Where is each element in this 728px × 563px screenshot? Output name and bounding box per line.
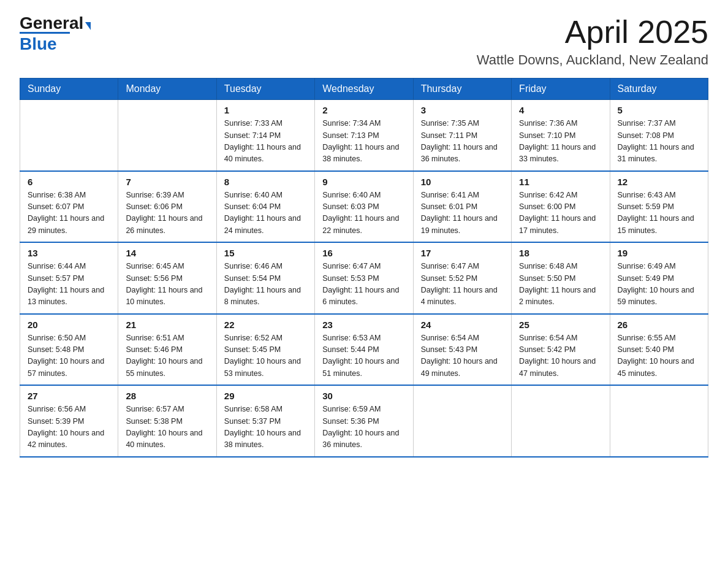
day-number: 24: [421, 320, 504, 330]
calendar-cell: 28Sunrise: 6:57 AM Sunset: 5:38 PM Dayli…: [118, 385, 216, 457]
calendar-week-row: 27Sunrise: 6:56 AM Sunset: 5:39 PM Dayli…: [20, 385, 708, 457]
day-info: Sunrise: 6:38 AM Sunset: 6:07 PM Dayligh…: [28, 190, 110, 237]
day-number: 22: [224, 320, 307, 330]
day-info: Sunrise: 6:49 AM Sunset: 5:49 PM Dayligh…: [618, 261, 700, 308]
day-number: 21: [126, 320, 208, 330]
day-info: Sunrise: 6:42 AM Sunset: 6:00 PM Dayligh…: [519, 190, 602, 237]
day-number: 30: [322, 391, 405, 401]
logo: General Blue: [20, 15, 91, 54]
day-info: Sunrise: 6:41 AM Sunset: 6:01 PM Dayligh…: [421, 190, 504, 237]
day-info: Sunrise: 6:45 AM Sunset: 5:56 PM Dayligh…: [126, 261, 208, 308]
day-info: Sunrise: 7:36 AM Sunset: 7:10 PM Dayligh…: [519, 118, 602, 166]
calendar-cell: 22Sunrise: 6:52 AM Sunset: 5:45 PM Dayli…: [216, 314, 314, 386]
logo-general: General: [20, 15, 91, 32]
calendar-cell: 2Sunrise: 7:34 AM Sunset: 7:13 PM Daylig…: [315, 100, 413, 171]
page-header: General Blue April 2025 Wattle Downs, Au…: [20, 15, 708, 68]
calendar-week-row: 6Sunrise: 6:38 AM Sunset: 6:07 PM Daylig…: [20, 171, 708, 243]
day-number: 23: [322, 320, 405, 330]
day-info: Sunrise: 6:51 AM Sunset: 5:46 PM Dayligh…: [126, 332, 208, 380]
day-info: Sunrise: 6:54 AM Sunset: 5:42 PM Dayligh…: [519, 332, 602, 380]
calendar-cell: 18Sunrise: 6:48 AM Sunset: 5:50 PM Dayli…: [512, 242, 610, 314]
day-info: Sunrise: 6:39 AM Sunset: 6:06 PM Dayligh…: [126, 190, 208, 237]
location-title: Wattle Downs, Auckland, New Zealand: [477, 52, 708, 68]
day-number: 29: [224, 391, 307, 401]
day-number: 15: [224, 248, 307, 258]
calendar-cell: 12Sunrise: 6:43 AM Sunset: 5:59 PM Dayli…: [610, 171, 708, 243]
day-info: Sunrise: 6:56 AM Sunset: 5:39 PM Dayligh…: [28, 404, 110, 451]
day-number: 6: [28, 177, 110, 187]
day-number: 2: [322, 105, 405, 115]
calendar-cell: 29Sunrise: 6:58 AM Sunset: 5:37 PM Dayli…: [216, 385, 314, 457]
title-block: April 2025 Wattle Downs, Auckland, New Z…: [477, 15, 708, 68]
day-number: 8: [224, 177, 307, 187]
day-number: 9: [322, 177, 405, 187]
calendar-header-row: SundayMondayTuesdayWednesdayThursdayFrid…: [20, 79, 708, 100]
header-thursday: Thursday: [413, 79, 511, 100]
day-number: 27: [28, 391, 110, 401]
calendar-cell: 3Sunrise: 7:35 AM Sunset: 7:11 PM Daylig…: [413, 100, 511, 171]
day-info: Sunrise: 7:34 AM Sunset: 7:13 PM Dayligh…: [322, 118, 405, 166]
calendar-cell: 15Sunrise: 6:46 AM Sunset: 5:54 PM Dayli…: [216, 242, 314, 314]
calendar-cell: 7Sunrise: 6:39 AM Sunset: 6:06 PM Daylig…: [118, 171, 216, 243]
day-number: 10: [421, 177, 504, 187]
day-info: Sunrise: 7:35 AM Sunset: 7:11 PM Dayligh…: [421, 118, 504, 166]
day-number: 17: [421, 248, 504, 258]
day-info: Sunrise: 6:54 AM Sunset: 5:43 PM Dayligh…: [421, 332, 504, 380]
calendar-week-row: 20Sunrise: 6:50 AM Sunset: 5:48 PM Dayli…: [20, 314, 708, 386]
day-number: 26: [618, 320, 700, 330]
day-number: 18: [519, 248, 602, 258]
calendar-cell: 20Sunrise: 6:50 AM Sunset: 5:48 PM Dayli…: [20, 314, 118, 386]
calendar-cell: 10Sunrise: 6:41 AM Sunset: 6:01 PM Dayli…: [413, 171, 511, 243]
day-number: 5: [618, 105, 700, 115]
calendar-cell: 25Sunrise: 6:54 AM Sunset: 5:42 PM Dayli…: [512, 314, 610, 386]
day-number: 19: [618, 248, 700, 258]
header-wednesday: Wednesday: [315, 79, 413, 100]
header-tuesday: Tuesday: [216, 79, 314, 100]
day-number: 16: [322, 248, 405, 258]
calendar-cell: 30Sunrise: 6:59 AM Sunset: 5:36 PM Dayli…: [315, 385, 413, 457]
calendar-week-row: 1Sunrise: 7:33 AM Sunset: 7:14 PM Daylig…: [20, 100, 708, 171]
logo-blue-text: Blue: [20, 34, 57, 53]
calendar-cell: [512, 385, 610, 457]
day-info: Sunrise: 6:47 AM Sunset: 5:52 PM Dayligh…: [421, 261, 504, 308]
calendar-cell: 11Sunrise: 6:42 AM Sunset: 6:00 PM Dayli…: [512, 171, 610, 243]
calendar-cell: [20, 100, 118, 171]
calendar-cell: [610, 385, 708, 457]
month-title: April 2025: [477, 15, 708, 50]
day-info: Sunrise: 6:52 AM Sunset: 5:45 PM Dayligh…: [224, 332, 307, 380]
header-monday: Monday: [118, 79, 216, 100]
day-info: Sunrise: 6:44 AM Sunset: 5:57 PM Dayligh…: [28, 261, 110, 308]
day-number: 14: [126, 248, 208, 258]
day-number: 20: [28, 320, 110, 330]
day-info: Sunrise: 6:53 AM Sunset: 5:44 PM Dayligh…: [322, 332, 405, 380]
calendar-cell: 6Sunrise: 6:38 AM Sunset: 6:07 PM Daylig…: [20, 171, 118, 243]
day-info: Sunrise: 7:33 AM Sunset: 7:14 PM Dayligh…: [224, 118, 307, 166]
day-number: 1: [224, 105, 307, 115]
day-info: Sunrise: 6:40 AM Sunset: 6:04 PM Dayligh…: [224, 190, 307, 237]
day-info: Sunrise: 6:50 AM Sunset: 5:48 PM Dayligh…: [28, 332, 110, 380]
calendar-cell: 17Sunrise: 6:47 AM Sunset: 5:52 PM Dayli…: [413, 242, 511, 314]
day-number: 3: [421, 105, 504, 115]
calendar-cell: 1Sunrise: 7:33 AM Sunset: 7:14 PM Daylig…: [216, 100, 314, 171]
calendar-week-row: 13Sunrise: 6:44 AM Sunset: 5:57 PM Dayli…: [20, 242, 708, 314]
calendar-table: SundayMondayTuesdayWednesdayThursdayFrid…: [20, 78, 708, 458]
day-info: Sunrise: 6:55 AM Sunset: 5:40 PM Dayligh…: [618, 332, 700, 380]
day-info: Sunrise: 7:37 AM Sunset: 7:08 PM Dayligh…: [618, 118, 700, 166]
calendar-cell: 23Sunrise: 6:53 AM Sunset: 5:44 PM Dayli…: [315, 314, 413, 386]
day-number: 25: [519, 320, 602, 330]
calendar-cell: 21Sunrise: 6:51 AM Sunset: 5:46 PM Dayli…: [118, 314, 216, 386]
day-info: Sunrise: 6:59 AM Sunset: 5:36 PM Dayligh…: [322, 404, 405, 451]
day-number: 4: [519, 105, 602, 115]
day-number: 12: [618, 177, 700, 187]
calendar-cell: 27Sunrise: 6:56 AM Sunset: 5:39 PM Dayli…: [20, 385, 118, 457]
day-number: 13: [28, 248, 110, 258]
day-number: 7: [126, 177, 208, 187]
calendar-cell: [118, 100, 216, 171]
calendar-cell: 8Sunrise: 6:40 AM Sunset: 6:04 PM Daylig…: [216, 171, 314, 243]
calendar-cell: 4Sunrise: 7:36 AM Sunset: 7:10 PM Daylig…: [512, 100, 610, 171]
calendar-cell: 13Sunrise: 6:44 AM Sunset: 5:57 PM Dayli…: [20, 242, 118, 314]
day-info: Sunrise: 6:46 AM Sunset: 5:54 PM Dayligh…: [224, 261, 307, 308]
day-info: Sunrise: 6:47 AM Sunset: 5:53 PM Dayligh…: [322, 261, 405, 308]
calendar-cell: 5Sunrise: 7:37 AM Sunset: 7:08 PM Daylig…: [610, 100, 708, 171]
day-info: Sunrise: 6:40 AM Sunset: 6:03 PM Dayligh…: [322, 190, 405, 237]
